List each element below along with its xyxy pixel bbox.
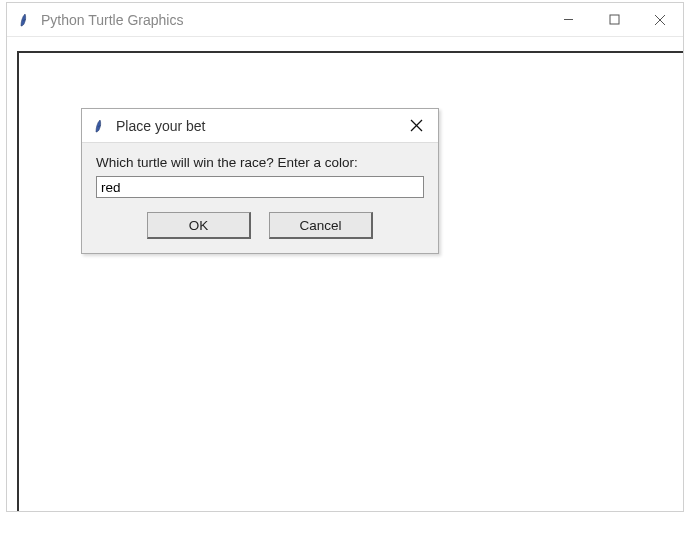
- cancel-button[interactable]: Cancel: [269, 212, 373, 239]
- python-turtle-icon: [17, 12, 33, 28]
- color-input[interactable]: [96, 176, 424, 198]
- main-window: Python Turtle Graphics: [6, 2, 684, 512]
- ok-button[interactable]: OK: [147, 212, 251, 239]
- python-turtle-icon: [92, 118, 108, 134]
- svg-rect-1: [610, 15, 619, 24]
- bet-dialog: Place your bet Which turtle will win the…: [81, 108, 439, 254]
- dialog-body: Which turtle will win the race? Enter a …: [82, 143, 438, 253]
- maximize-button[interactable]: [591, 3, 637, 36]
- close-button[interactable]: [637, 3, 683, 36]
- dialog-title: Place your bet: [116, 118, 206, 134]
- dialog-button-row: OK Cancel: [96, 212, 424, 239]
- window-controls: [545, 3, 683, 36]
- dialog-titlebar: Place your bet: [82, 109, 438, 143]
- main-window-title: Python Turtle Graphics: [41, 12, 183, 28]
- main-titlebar: Python Turtle Graphics: [7, 3, 683, 37]
- dialog-prompt: Which turtle will win the race? Enter a …: [96, 155, 424, 170]
- dialog-close-button[interactable]: [394, 109, 438, 142]
- minimize-button[interactable]: [545, 3, 591, 36]
